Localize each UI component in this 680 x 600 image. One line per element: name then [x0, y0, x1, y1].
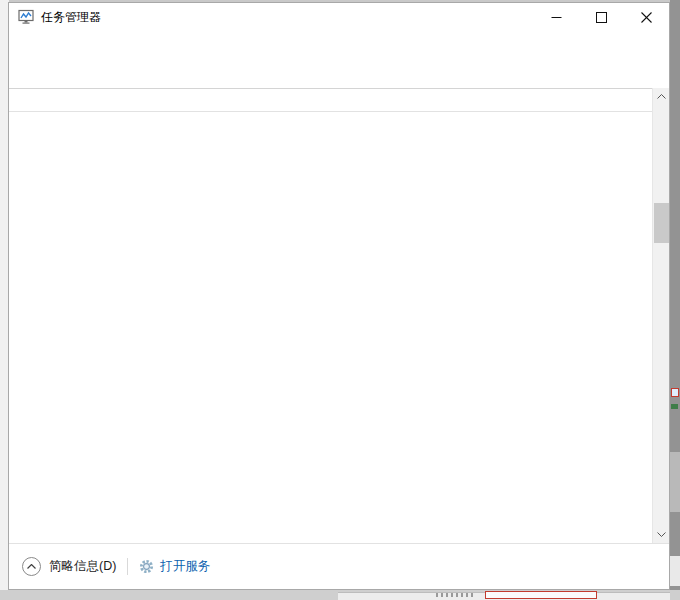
scroll-thumb[interactable] [654, 203, 669, 243]
close-icon [641, 12, 652, 23]
chevron-up-circle-icon [22, 557, 41, 576]
task-manager-app-icon [18, 9, 34, 25]
menu-bar [9, 31, 669, 53]
services-table [9, 112, 652, 543]
close-button[interactable] [624, 3, 669, 31]
maximize-icon [596, 12, 607, 23]
maximize-button[interactable] [579, 3, 624, 31]
task-manager-window: 任务管理器 简略信息(D) [8, 2, 670, 590]
open-services-link[interactable]: 打开服务 [139, 558, 210, 575]
background-fragment [670, 556, 680, 586]
minimize-button[interactable] [534, 3, 579, 31]
vertical-scrollbar[interactable] [652, 88, 669, 543]
footer-bar: 简略信息(D) 打开服务 [9, 543, 669, 589]
table-header [9, 89, 652, 112]
minimize-icon [551, 12, 562, 23]
background-right-strip [670, 0, 680, 600]
background-fragment [671, 404, 678, 409]
open-services-label: 打开服务 [160, 558, 210, 575]
scroll-up-button[interactable] [653, 88, 670, 105]
services-gear-icon [139, 559, 154, 574]
background-bottom-strip [0, 590, 680, 600]
details-toggle-button[interactable]: 简略信息(D) [22, 557, 116, 576]
chevron-up-icon [657, 94, 666, 99]
title-bar: 任务管理器 [9, 3, 669, 31]
footer-separator [127, 558, 128, 575]
tab-strip [9, 53, 669, 89]
background-fragment [670, 452, 680, 512]
background-fragment [671, 388, 679, 397]
chevron-down-icon [657, 532, 666, 537]
background-fragment [436, 593, 476, 597]
scroll-down-button[interactable] [653, 526, 670, 543]
window-title: 任务管理器 [41, 9, 101, 26]
details-toggle-label: 简略信息(D) [49, 558, 116, 575]
background-fragment [485, 591, 597, 599]
